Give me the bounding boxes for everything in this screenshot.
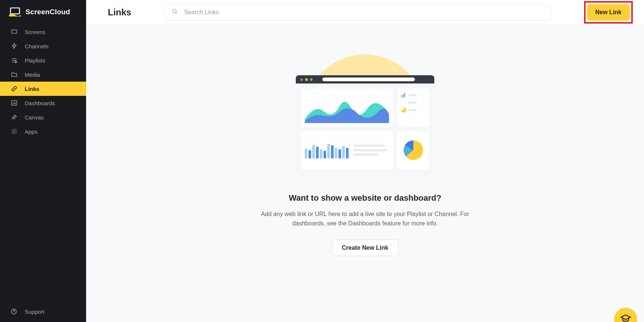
sidebar-item-playlists[interactable]: Playlists: [0, 53, 86, 67]
svg-rect-13: [15, 132, 16, 134]
empty-state-description: Add any web link or URL here to add a li…: [260, 210, 470, 228]
svg-rect-10: [12, 129, 14, 131]
folder-icon: [10, 71, 18, 78]
sidebar-item-label: Screens: [25, 29, 45, 35]
sidebar-item-label: Links: [25, 86, 39, 92]
new-link-highlight: New Link: [584, 1, 633, 24]
pin-icon: [10, 114, 18, 121]
sidebar-item-label: Canvas: [25, 114, 44, 121]
svg-line-17: [176, 12, 177, 14]
support-label: Support: [25, 309, 45, 315]
logo-icon: [9, 7, 21, 16]
sidebar-item-screens[interactable]: Screens: [0, 25, 86, 39]
help-icon: [10, 308, 18, 315]
chart-icon: [10, 100, 18, 106]
svg-rect-11: [15, 129, 16, 131]
sidebar-item-label: Channels: [25, 43, 48, 49]
apps-icon: [10, 128, 18, 135]
empty-state-heading: Want to show a website or dashboard?: [289, 193, 441, 203]
sidebar-item-links[interactable]: Links: [0, 82, 86, 96]
search-input[interactable]: [184, 9, 544, 16]
sidebar: ScreenCloud Screens Channels Playlists M…: [0, 0, 86, 322]
bolt-icon: [10, 43, 18, 49]
sidebar-item-channels[interactable]: Channels: [0, 39, 86, 53]
main: Links New Link: [86, 0, 644, 322]
svg-rect-1: [12, 30, 17, 33]
sidebar-item-label: Apps: [25, 128, 37, 135]
empty-state: Want to show a website or dashboard? Add…: [86, 25, 644, 322]
sidebar-item-label: Media: [25, 72, 40, 78]
svg-rect-12: [12, 132, 14, 134]
new-link-button[interactable]: New Link: [587, 4, 630, 21]
sidebar-item-label: Dashboards: [25, 100, 55, 106]
sidebar-item-support[interactable]: Support: [0, 301, 86, 322]
svg-rect-20: [404, 93, 405, 97]
sidebar-item-label: Playlists: [25, 57, 45, 64]
svg-point-16: [173, 9, 176, 13]
sidebar-item-dashboards[interactable]: Dashboards: [0, 96, 86, 110]
sidebar-item-media[interactable]: Media: [0, 67, 86, 82]
sidebar-item-apps[interactable]: Apps: [0, 124, 86, 139]
playlist-icon: [10, 57, 18, 64]
brand-name: ScreenCloud: [25, 8, 70, 16]
svg-rect-0: [10, 8, 19, 14]
empty-state-illustration: [296, 58, 434, 182]
topbar: Links New Link: [86, 0, 644, 25]
link-icon: [10, 85, 18, 92]
screen-icon: [10, 28, 18, 35]
search-icon: [171, 8, 178, 16]
sidebar-nav: Screens Channels Playlists Media Links D…: [0, 25, 86, 139]
sidebar-item-canvas[interactable]: Canvas: [0, 110, 86, 124]
brand-logo[interactable]: ScreenCloud: [0, 0, 86, 23]
svg-rect-19: [403, 94, 404, 97]
page-title: Links: [108, 7, 131, 18]
svg-point-15: [13, 313, 14, 313]
svg-line-9: [12, 118, 13, 119]
graduation-cap-icon: [620, 313, 631, 322]
svg-rect-18: [401, 95, 402, 97]
search-input-wrap[interactable]: [164, 4, 551, 21]
create-link-button[interactable]: Create New Link: [332, 240, 398, 256]
